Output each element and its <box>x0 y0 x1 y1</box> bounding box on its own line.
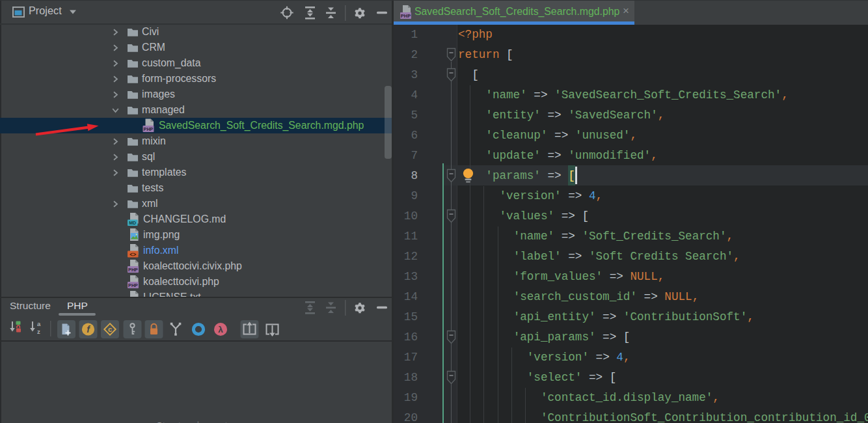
svg-text:a: a <box>37 320 41 327</box>
svg-text:z: z <box>37 328 40 335</box>
svg-text:PHP: PHP <box>128 282 138 288</box>
svg-text:PHP: PHP <box>128 267 138 273</box>
svg-text:PHP: PHP <box>144 126 154 132</box>
svg-text:MD: MD <box>129 221 136 225</box>
svg-text:λ: λ <box>218 325 223 334</box>
svg-text:c: c <box>108 325 112 333</box>
svg-text:PHP: PHP <box>401 13 411 19</box>
svg-text:<>: <> <box>129 251 136 258</box>
